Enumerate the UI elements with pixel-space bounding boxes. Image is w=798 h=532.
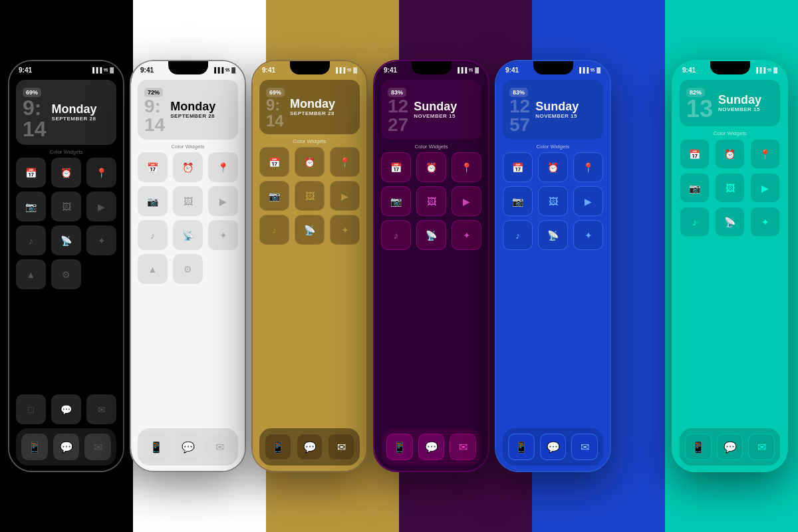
status-time-2: 9:41 — [140, 66, 154, 74]
phone-black: 9:41 ▐▐▐ ᯾ ▓ 69% 9:14 Monday SEPTEMBER 2… — [8, 60, 124, 472]
dock-msg-2[interactable]: 💬 — [175, 434, 201, 460]
app-bt2-1[interactable]: 💬 — [51, 394, 81, 424]
app-calendar-4[interactable]: 📅 — [381, 152, 411, 182]
app-camera-4[interactable]: 📷 — [381, 186, 411, 216]
app-camera-6[interactable]: 📷 — [680, 173, 710, 203]
app-maps-3[interactable]: 📍 — [330, 147, 360, 177]
app-camera-2[interactable]: 📷 — [138, 186, 168, 216]
app-podcast-6[interactable]: 📡 — [715, 207, 745, 237]
app-music-4[interactable]: ♪ — [381, 220, 411, 250]
app-grid-row3-2: ♪ 📡 ✦ — [131, 220, 245, 250]
dock-msg-5[interactable]: 💬 — [540, 434, 567, 460]
notch-3 — [290, 61, 330, 74]
app-podcast-5[interactable]: 📡 — [538, 220, 568, 250]
app-calendar-5[interactable]: 📅 — [503, 152, 533, 182]
app-photos-6[interactable]: 🖼 — [715, 173, 745, 203]
app-tv-2[interactable]: ▶ — [208, 186, 238, 216]
app-photos-3[interactable]: 🖼 — [295, 181, 325, 211]
app-misc1-1[interactable]: ▲ — [16, 259, 46, 289]
battery-icon-2: ▓ — [231, 67, 235, 73]
dock-msg-3[interactable]: 💬 — [297, 434, 323, 460]
app-maps-5[interactable]: 📍 — [573, 152, 603, 182]
app-maps-4[interactable]: 📍 — [452, 152, 481, 182]
app-grid-row3-3: ♪ 📡 ✦ — [253, 215, 366, 245]
widget-area-2: 72% 9:14 Monday SEPTEMBER 28 — [131, 76, 245, 142]
app-camera-5[interactable]: 📷 — [503, 186, 533, 216]
app-music-6[interactable]: ♪ — [680, 207, 710, 237]
app-clock-2[interactable]: ⏰ — [173, 152, 203, 182]
dock-phone-3[interactable]: 📱 — [265, 434, 291, 460]
app-tv-5[interactable]: ▶ — [573, 186, 603, 216]
dock-mail-5[interactable]: ✉ — [571, 434, 598, 460]
app-clock-4[interactable]: ⏰ — [416, 152, 446, 182]
dock-mail-4[interactable]: ✉ — [450, 434, 476, 460]
wifi-icon-2: ᯾ — [225, 67, 230, 73]
app-grid-row4-1: ▲ ⚙ — [9, 259, 123, 289]
app-clock-3[interactable]: ⏰ — [295, 147, 325, 177]
app-photos-2[interactable]: 🖼 — [173, 186, 203, 216]
month-1: SEPTEMBER 28 — [52, 116, 110, 122]
dock-mail-3[interactable]: ✉ — [328, 434, 354, 460]
dock-phone-1[interactable]: 📱 — [21, 434, 48, 460]
dock-mail-1[interactable]: ✉ — [84, 434, 111, 460]
app-settings-2[interactable]: ⚙ — [173, 254, 203, 284]
month-6: NOVEMBER 15 — [718, 106, 773, 112]
app-podcast-1[interactable]: 📡 — [51, 225, 81, 255]
app-music-3[interactable]: ♪ — [259, 215, 289, 245]
app-calendar-6[interactable]: 📅 — [680, 139, 710, 169]
app-store-5[interactable]: ✦ — [573, 220, 603, 250]
app-maps-6[interactable]: 📍 — [750, 139, 780, 169]
dock-phone-6[interactable]: 📱 — [685, 434, 712, 460]
phone-screen-white: 9:41 ▐▐▐ ᯾ ▓ 72% 9:14 Monday SEPTEMBER 2… — [131, 61, 245, 471]
app-photos-5[interactable]: 🖼 — [538, 186, 568, 216]
app-camera-1[interactable]: 📷 — [16, 192, 46, 221]
date-block-2: Monday SEPTEMBER 28 — [170, 100, 231, 120]
app-tv-6[interactable]: ▶ — [750, 173, 780, 203]
app-clock-5[interactable]: ⏰ — [538, 152, 568, 182]
app-maps-2[interactable]: 📍 — [208, 152, 238, 182]
dock-msg-6[interactable]: 💬 — [717, 434, 743, 460]
app-clock-1[interactable]: ⏰ — [51, 158, 81, 188]
app-podcast-3[interactable]: 📡 — [295, 215, 325, 245]
dock-phone-5[interactable]: 📱 — [508, 434, 535, 460]
app-calendar-1[interactable]: 📅 — [16, 158, 46, 188]
dock-msg-4[interactable]: 💬 — [418, 434, 445, 460]
dock-mail-6[interactable]: ✉ — [748, 434, 775, 460]
status-time-6: 9:41 — [682, 66, 696, 74]
app-store-3[interactable]: ✦ — [330, 215, 360, 245]
app-podcast-4[interactable]: 📡 — [416, 220, 446, 250]
widget-left-6: 82% 13 — [686, 85, 713, 121]
app-store-2[interactable]: ✦ — [208, 220, 238, 250]
app-settings-1[interactable]: ⚙ — [51, 259, 81, 289]
app-bt1-1[interactable]: □ — [16, 394, 46, 424]
app-photos-1[interactable]: 🖼 — [51, 192, 81, 221]
dock-phone-2[interactable]: 📱 — [143, 434, 170, 460]
app-grid-row4-2: ▲ ⚙ — [131, 254, 245, 284]
app-podcast-2[interactable]: 📡 — [173, 220, 203, 250]
section-label-2: Color Widgets — [131, 142, 245, 152]
dock-phone-4[interactable]: 📱 — [386, 434, 413, 460]
app-store-1[interactable]: ✦ — [86, 225, 116, 255]
app-music-2[interactable]: ♪ — [138, 220, 168, 250]
app-clock-6[interactable]: ⏰ — [715, 139, 745, 169]
app-tv-4[interactable]: ▶ — [452, 186, 481, 216]
app-grid-row2-5: 📷 🖼 ▶ — [496, 186, 610, 216]
app-calendar-2[interactable]: 📅 — [138, 152, 168, 182]
app-music-5[interactable]: ♪ — [503, 220, 533, 250]
widget-area-5: 83% 1257 Sunday NOVEMBER 15 — [496, 76, 610, 142]
app-tv-3[interactable]: ▶ — [330, 181, 360, 211]
app-misc1-2[interactable]: ▲ — [138, 254, 168, 284]
dock-mail-2[interactable]: ✉ — [206, 434, 233, 460]
dock-msg-1[interactable]: 💬 — [53, 434, 80, 460]
app-calendar-3[interactable]: 📅 — [259, 147, 289, 177]
app-camera-3[interactable]: 📷 — [259, 181, 289, 211]
section-label-5: Color Widgets — [496, 142, 610, 152]
app-bt3-1[interactable]: ✉ — [86, 394, 116, 424]
app-music-1[interactable]: ♪ — [16, 225, 46, 255]
app-maps-1[interactable]: 📍 — [86, 158, 116, 188]
app-tv-1[interactable]: ▶ — [86, 192, 116, 221]
status-icons-6: ▐▐▐ ᯾ ▓ — [754, 67, 777, 73]
app-store-4[interactable]: ✦ — [452, 220, 481, 250]
app-photos-4[interactable]: 🖼 — [416, 186, 446, 216]
app-store-6[interactable]: ✦ — [750, 207, 780, 237]
